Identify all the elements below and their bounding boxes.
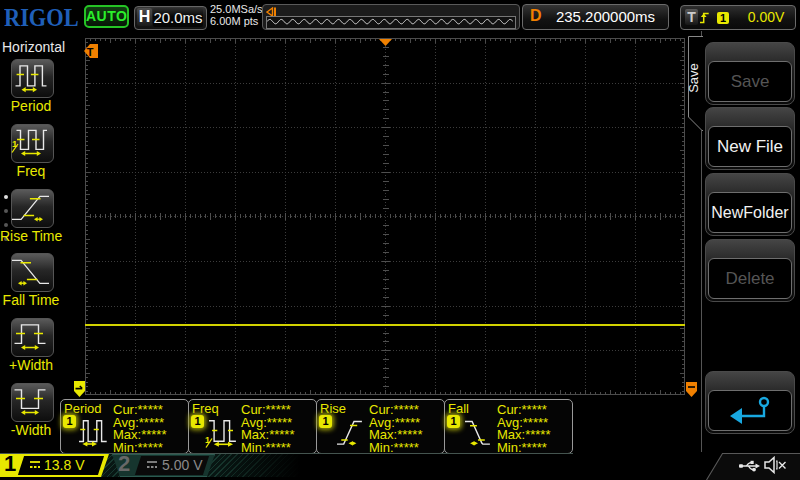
svg-text:T: T bbox=[87, 46, 94, 58]
